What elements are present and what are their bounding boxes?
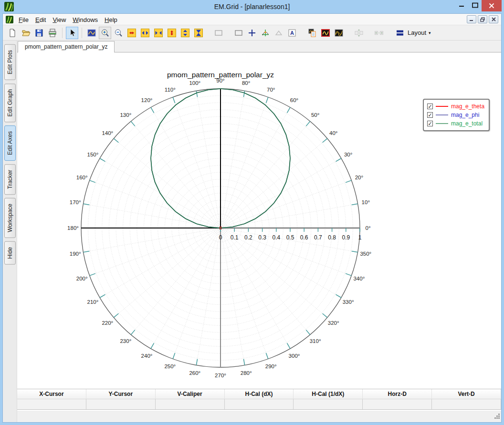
mdi-close-button[interactable] [489, 15, 498, 23]
menu-file[interactable]: File [15, 15, 32, 25]
angle-tick-label: 100° [189, 80, 200, 86]
select-cursor-button[interactable] [66, 27, 78, 39]
angle-tick-label: 280° [241, 370, 252, 376]
toolbar-separator [62, 28, 63, 38]
shrink-x-button[interactable] [139, 27, 151, 39]
menu-help[interactable]: Help [101, 15, 121, 25]
add-text-icon: A [287, 28, 297, 38]
zoom-window-button[interactable] [85, 27, 98, 39]
sidebar-tab-tracker[interactable]: Tracker [4, 164, 16, 195]
cursor-col-value [86, 399, 156, 409]
zoom-out-button[interactable] [112, 27, 125, 39]
print-button[interactable] [46, 27, 59, 39]
menu-items: FileEditViewWindowsHelp [15, 15, 121, 24]
angle-tick-label: 20° [355, 175, 363, 180]
legend-checkbox-mag_e_theta[interactable]: ✓ [427, 104, 433, 109]
expand-x-button[interactable] [126, 27, 138, 39]
angle-tick-label: 30° [344, 152, 352, 157]
angle-tick-label: 340° [353, 276, 365, 281]
angle-tick-label: 230° [120, 338, 131, 344]
close-button[interactable] [482, 0, 502, 11]
new-file-button[interactable] [6, 27, 19, 39]
minimize-button[interactable] [455, 0, 468, 10]
expand-y-button[interactable] [166, 27, 178, 39]
menu-view[interactable]: View [49, 15, 69, 25]
expand-y-icon [167, 28, 177, 38]
resize-grip-icon[interactable] [494, 412, 500, 421]
maximize-button[interactable] [468, 0, 482, 10]
document-area: pmom_pattern_pattern_polar_yz 00.10.20.3… [17, 41, 501, 422]
angle-tick-label: 250° [164, 363, 176, 369]
plot-frame-button[interactable] [319, 27, 332, 39]
tab-strip: pmom_pattern_pattern_polar_yz [17, 41, 501, 52]
mdi-restore-button[interactable] [478, 15, 487, 23]
open-file-icon [21, 28, 31, 38]
sidebar-tab-edit-graph[interactable]: Edit Graph [4, 83, 16, 122]
cursor-readout-bar: X-CursorY-CursorV-CaliperH-Cal (dX)H-Cal… [17, 389, 501, 410]
show-legend-button[interactable] [306, 27, 318, 39]
layout-menu-button[interactable]: Layout▾ [392, 27, 434, 39]
document-tab[interactable]: pmom_pattern_pattern_polar_yz [18, 41, 115, 52]
caliper-triangle-icon [274, 28, 284, 38]
expand-x-icon [127, 28, 136, 38]
cursor-value-row [17, 399, 501, 409]
zoom-in-button[interactable] [99, 27, 111, 39]
layout-label: Layout [408, 29, 426, 36]
angle-tick-label: 130° [120, 112, 131, 118]
tracker-axes-button[interactable] [259, 27, 272, 39]
cursor-col-header: Horz-D [363, 389, 432, 399]
plot-curves-icon [334, 28, 344, 38]
radial-tick-label: 0.7 [314, 234, 322, 241]
add-text-button[interactable]: A [286, 27, 298, 39]
sidebar-tab-edit-axes[interactable]: Edit Axes [4, 125, 16, 161]
shrink-y-button[interactable] [179, 27, 191, 39]
open-file-button[interactable] [20, 27, 32, 39]
legend-line-swatch [436, 106, 448, 107]
legend-checkbox-mag_e_total[interactable]: ✓ [427, 121, 433, 126]
sidebar-tab-edit-plots[interactable]: Edit Plots [4, 44, 16, 80]
compress-y-button[interactable] [192, 27, 205, 39]
select-rect-icon [214, 28, 223, 38]
legend-line-swatch [436, 123, 448, 124]
save-file-button[interactable] [33, 27, 45, 39]
angle-tick-label: 140° [102, 130, 113, 136]
cursor-col-value [363, 399, 432, 409]
plot-frame-icon [321, 28, 330, 38]
cursor-col-value [225, 399, 294, 409]
select-rect-button[interactable] [212, 27, 225, 39]
sidebar-tab-workspace[interactable]: Workspace [4, 198, 16, 238]
menu-windows[interactable]: Windows [69, 15, 101, 25]
legend-line-swatch [436, 114, 448, 115]
plot-curves-button[interactable] [333, 27, 345, 39]
compress-x-button[interactable] [152, 27, 165, 39]
angle-tick-label: 150° [87, 152, 98, 157]
sidebar: Edit PlotsEdit GraphEdit AxesTrackerWork… [3, 41, 17, 422]
angle-tick-label: 260° [189, 370, 200, 376]
toolbar: ALayout▾ [3, 25, 501, 41]
toolbar-separator [82, 28, 82, 38]
angle-tick-label: 170° [70, 199, 81, 205]
shrink-x-icon [140, 28, 150, 38]
select-cursor-icon [67, 28, 77, 38]
svg-text:A: A [290, 30, 294, 36]
mdi-minimize-button[interactable] [467, 15, 476, 23]
cursor-col-header: Y-Cursor [86, 389, 156, 399]
radial-tick-label: 0 [219, 234, 222, 241]
angle-tick-label: 350° [360, 251, 371, 257]
cursor-col-header: H-Cal (dX) [225, 389, 294, 399]
radial-tick-label: 0.8 [328, 234, 336, 241]
fit-vertical-button [353, 27, 365, 39]
cursor-col-header: X-Cursor [17, 389, 86, 399]
menu-bar: FileEditViewWindowsHelp [3, 14, 501, 25]
zoom-out-icon [114, 28, 123, 38]
radial-tick-label: 0.3 [258, 234, 266, 241]
menu-edit[interactable]: Edit [32, 15, 49, 25]
show-legend-icon [307, 28, 317, 38]
select-rect-2-button[interactable] [232, 27, 245, 39]
caliper-triangle-button [273, 27, 285, 39]
legend-checkbox-mag_e_phi[interactable]: ✓ [427, 112, 433, 118]
crosshair-button[interactable] [246, 27, 258, 39]
sidebar-tab-hide[interactable]: Hide [4, 241, 16, 265]
angle-tick-label: 0° [366, 225, 371, 231]
cursor-col-header: H-Cal (1/dX) [294, 389, 363, 399]
